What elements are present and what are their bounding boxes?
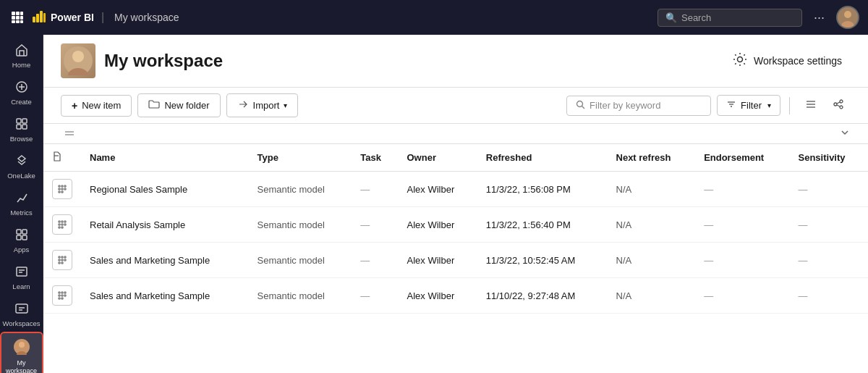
new-folder-label: New folder (164, 100, 209, 111)
row-icon-cell[interactable] (43, 207, 81, 243)
row-endorsement: — (695, 278, 789, 314)
filter-keyword-placeholder: Filter by keyword (590, 100, 660, 111)
import-button[interactable]: Import ▾ (226, 93, 299, 117)
svg-point-77 (61, 262, 63, 264)
svg-rect-4 (16, 16, 20, 20)
row-task: — (352, 172, 398, 207)
sidebar-item-learn[interactable]: Learn (1, 259, 42, 296)
item-icon[interactable] (52, 250, 72, 270)
sidebar-item-metrics[interactable]: Metrics (1, 185, 42, 222)
svg-point-82 (61, 295, 63, 296)
row-owner: Alex Wilber (398, 207, 477, 243)
browse-icon (15, 117, 28, 133)
row-sensitivity: — (790, 207, 868, 243)
item-icon[interactable] (52, 214, 72, 235)
collapse-handle[interactable] (61, 127, 78, 141)
svg-rect-11 (40, 11, 43, 22)
svg-rect-9 (33, 17, 35, 22)
col-owner[interactable]: Owner (398, 144, 477, 172)
sidebar-label-myworkspace: Myworkspace (6, 359, 37, 373)
sidebar-label-apps: Apps (14, 246, 30, 253)
sidebar-item-workspaces[interactable]: Workspaces (1, 296, 42, 333)
sidebar-item-home[interactable]: Home (1, 38, 42, 75)
row-icon-cell[interactable] (43, 243, 81, 278)
col-icon (43, 144, 81, 172)
sidebar-label-create: Create (11, 98, 32, 106)
row-sensitivity: — (790, 243, 868, 278)
filter-lines-icon (726, 99, 736, 112)
svg-point-54 (59, 185, 60, 187)
row-type: Semantic model (249, 207, 352, 243)
row-type: Semantic model (249, 172, 352, 207)
svg-rect-30 (16, 304, 27, 313)
lineage-view-button[interactable] (826, 94, 851, 117)
list-view-button[interactable] (799, 94, 823, 117)
sidebar-item-onelake[interactable]: OneLake (1, 148, 42, 185)
row-owner: Alex Wilber (398, 172, 477, 207)
row-next-refresh: N/A (608, 243, 696, 278)
svg-rect-2 (20, 12, 23, 15)
collapse-chevron-icon[interactable] (839, 127, 851, 141)
svg-point-35 (72, 51, 84, 62)
row-name: Sales and Marketing Sample (81, 243, 249, 278)
svg-point-78 (59, 292, 60, 293)
sidebar-item-browse[interactable]: Browse (1, 112, 42, 148)
sidebar-item-apps[interactable]: Apps (1, 222, 42, 259)
svg-rect-25 (17, 235, 21, 240)
new-folder-button[interactable]: New folder (137, 93, 220, 117)
item-icon[interactable] (52, 285, 72, 306)
row-next-refresh: N/A (608, 172, 696, 207)
svg-rect-0 (12, 12, 15, 15)
svg-line-49 (837, 102, 840, 104)
svg-point-57 (59, 188, 60, 190)
svg-point-85 (61, 298, 63, 299)
drag-handle-icon (61, 127, 78, 141)
learn-icon (15, 265, 28, 280)
user-avatar[interactable] (836, 6, 859, 29)
table-row: Regional Sales Sample Semantic model — A… (43, 172, 868, 207)
topbar-search[interactable]: 🔍 Search (658, 9, 802, 27)
col-task[interactable]: Task (352, 144, 398, 172)
metrics-icon (15, 191, 28, 206)
new-item-button[interactable]: + New item (61, 95, 132, 117)
svg-point-67 (64, 224, 66, 225)
filter-button[interactable]: Filter ▾ (717, 95, 780, 116)
col-type[interactable]: Type (249, 144, 352, 172)
more-options[interactable]: ··· (808, 7, 830, 28)
brand: Power BI | My workspace (32, 9, 179, 26)
sidebar-item-create[interactable]: Create (1, 75, 42, 112)
row-icon-cell[interactable] (43, 172, 81, 207)
svg-point-74 (61, 259, 63, 261)
powerbi-logo (32, 9, 46, 26)
row-icon-cell[interactable] (43, 278, 81, 314)
myworkspace-icon (14, 339, 30, 357)
workspace-settings-button[interactable]: Workspace settings (723, 47, 851, 75)
svg-rect-7 (16, 20, 20, 23)
col-endorsement[interactable]: Endorsement (695, 144, 789, 172)
brand-name: Power BI (51, 12, 94, 23)
filter-label: Filter (741, 100, 762, 111)
col-name[interactable]: Name (81, 144, 249, 172)
col-sensitivity[interactable]: Sensitivity (790, 144, 868, 172)
svg-rect-3 (12, 16, 15, 20)
workspace-header: My workspace Workspace settings (43, 35, 868, 88)
home-icon (15, 43, 28, 59)
svg-point-65 (59, 224, 60, 225)
row-refreshed: 11/3/22, 10:52:45 AM (477, 243, 608, 278)
col-next-refresh[interactable]: Next refresh (608, 144, 696, 172)
file-icon-header (52, 153, 62, 164)
sidebar-label-onelake: OneLake (7, 172, 35, 180)
svg-point-46 (834, 103, 837, 106)
col-refreshed[interactable]: Refreshed (477, 144, 608, 172)
row-refreshed: 11/10/22, 9:27:48 AM (477, 278, 608, 314)
workspace-title-area: My workspace (61, 43, 223, 78)
svg-point-69 (61, 227, 63, 228)
svg-point-32 (19, 342, 25, 348)
svg-point-55 (61, 185, 63, 187)
item-icon[interactable] (52, 179, 72, 199)
svg-point-59 (64, 188, 66, 190)
grid-icon[interactable] (9, 9, 26, 26)
sidebar-item-myworkspace[interactable]: Myworkspace (1, 333, 42, 373)
settings-gear-icon (732, 51, 748, 71)
filter-keyword-input[interactable]: Filter by keyword (566, 96, 711, 116)
